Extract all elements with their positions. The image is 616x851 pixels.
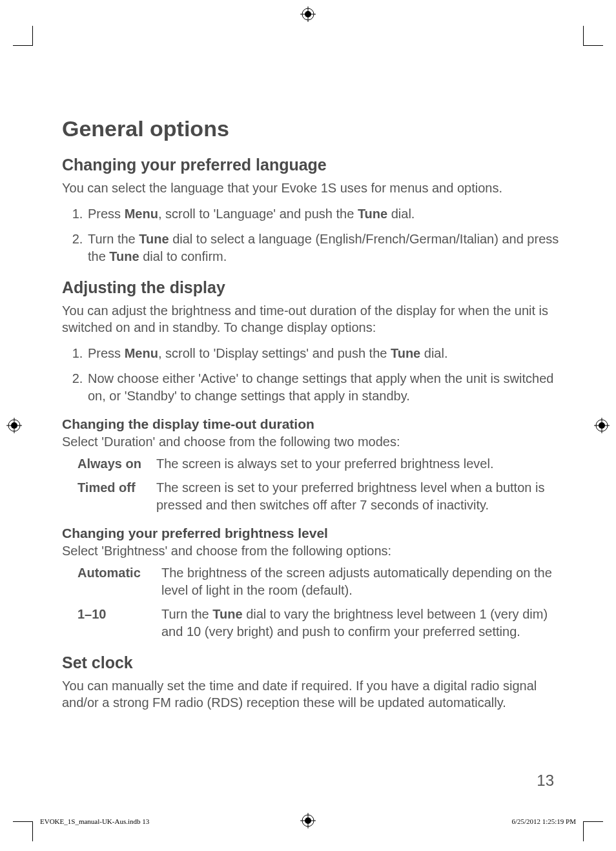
section-language: Changing your preferred language You can…: [62, 156, 559, 265]
option-label: Automatic: [62, 564, 161, 599]
footer: EVOKE_1S_manual-UK-Aus.indb 13 6/25/2012…: [40, 817, 576, 825]
footer-filename: EVOKE_1S_manual-UK-Aus.indb 13: [40, 817, 149, 825]
heading-clock: Set clock: [62, 653, 559, 672]
option-range: 1–10 Turn the Tune dial to vary the brig…: [62, 606, 559, 641]
list-item: Now choose either 'Active' to change set…: [87, 370, 559, 405]
page-number: 13: [537, 772, 554, 790]
intro-language: You can select the language that your Ev…: [62, 179, 559, 196]
steps-language: Press Menu, scroll to 'Language' and pus…: [62, 205, 559, 265]
intro-brightness: Select 'Brightness' and choose from the …: [62, 542, 559, 559]
heading-display: Adjusting the display: [62, 278, 559, 297]
list-item: Press Menu, scroll to 'Display settings'…: [87, 345, 559, 362]
list-item: Turn the Tune dial to select a language …: [87, 231, 559, 265]
mode-desc: The screen is always set to your preferr…: [156, 455, 559, 473]
heading-timeout: Changing the display time-out duration: [62, 416, 559, 432]
mode-desc: The screen is set to your preferred brig…: [156, 479, 559, 514]
mode-label: Timed off: [62, 479, 156, 514]
intro-timeout: Select 'Duration' and choose from the fo…: [62, 433, 559, 450]
intro-clock: You can manually set the time and date i…: [62, 677, 559, 711]
page-content: General options Changing your preferred …: [62, 116, 559, 724]
heading-brightness: Changing your preferred brightness level: [62, 526, 559, 541]
option-desc: Turn the Tune dial to vary the brightnes…: [161, 606, 559, 641]
crop-mark-br: [583, 821, 603, 841]
mode-label: Always on: [62, 455, 156, 473]
registration-mark-icon: [594, 418, 610, 433]
footer-timestamp: 6/25/2012 1:25:19 PM: [511, 817, 576, 825]
registration-mark-icon: [300, 6, 316, 22]
list-item: Press Menu, scroll to 'Language' and pus…: [87, 205, 559, 223]
crop-mark-tr: [583, 26, 603, 46]
section-display: Adjusting the display You can adjust the…: [62, 278, 559, 641]
intro-display: You can adjust the brightness and time-o…: [62, 302, 559, 336]
option-desc: The brightness of the screen adjusts aut…: [161, 564, 559, 599]
crop-mark-bl: [13, 821, 33, 841]
mode-always-on: Always on The screen is always set to yo…: [62, 455, 559, 473]
timeout-modes: Always on The screen is always set to yo…: [62, 455, 559, 514]
steps-display: Press Menu, scroll to 'Display settings'…: [62, 345, 559, 405]
heading-language: Changing your preferred language: [62, 156, 559, 174]
page-title: General options: [62, 116, 559, 141]
crop-mark-tl: [13, 26, 33, 46]
option-automatic: Automatic The brightness of the screen a…: [62, 564, 559, 599]
section-clock: Set clock You can manually set the time …: [62, 653, 559, 711]
brightness-options: Automatic The brightness of the screen a…: [62, 564, 559, 641]
registration-mark-icon: [6, 418, 22, 433]
option-label: 1–10: [62, 606, 161, 641]
mode-timed-off: Timed off The screen is set to your pref…: [62, 479, 559, 514]
